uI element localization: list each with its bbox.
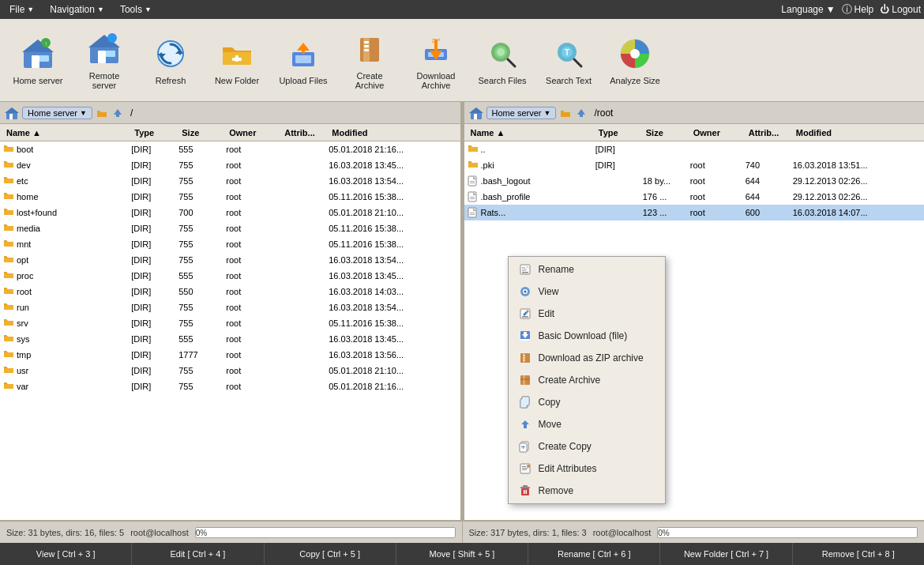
table-row[interactable]: usr [DIR] 755 root 05.01.2018 21:10... xyxy=(0,363,460,379)
toolbar-new-folder[interactable]: New Folder xyxy=(205,31,269,89)
left-panel-path: / xyxy=(130,107,133,119)
toolbar-remote-server-label: Remote server xyxy=(77,71,132,90)
fkeys-bar: View [ Ctrl + 3 ]Edit [ Ctrl + 4 ]Copy [… xyxy=(0,543,924,565)
file-icon xyxy=(468,175,479,186)
table-row[interactable]: etc [DIR] 755 root 16.03.2018 13:54... xyxy=(0,173,460,189)
fkey-5[interactable]: Copy [ Ctrl + 5 ] xyxy=(265,543,396,565)
menu-language[interactable]: Language ▼ xyxy=(781,4,835,15)
menu-help[interactable]: ⓘ Help xyxy=(842,2,874,17)
svg-text:ZIP: ZIP xyxy=(432,38,441,43)
toolbar-search-text[interactable]: T Search Text xyxy=(537,31,600,89)
table-row[interactable]: Rats... 123 ... root 600 16.03.2018 14:0… xyxy=(464,205,925,220)
menu-file[interactable]: File ▼ xyxy=(3,2,40,17)
search-files-icon xyxy=(483,35,521,73)
svg-rect-45 xyxy=(116,115,119,117)
menu-tools[interactable]: Tools ▼ xyxy=(114,2,158,17)
fkey-3[interactable]: View [ Ctrl + 3 ] xyxy=(0,543,132,565)
toolbar-download-archive[interactable]: ZIP Download Archive xyxy=(404,26,468,94)
table-row[interactable]: .pki [DIR] root 740 16.03.2018 13:51... xyxy=(464,157,925,173)
toolbar-analyze-size[interactable]: Analyze Size xyxy=(603,31,667,89)
fkey-4[interactable]: Edit [ Ctrl + 4 ] xyxy=(132,543,264,565)
toolbar-refresh[interactable]: Refresh xyxy=(139,31,202,89)
table-row[interactable]: opt [DIR] 755 root 16.03.2018 13:54... xyxy=(0,252,460,268)
svg-rect-24 xyxy=(364,45,369,47)
right-col-type[interactable]: Type xyxy=(595,126,643,139)
context-menu-item-view[interactable]: View xyxy=(509,281,665,303)
table-row[interactable]: run [DIR] 755 root 16.03.2018 13:54... xyxy=(0,299,460,315)
table-row[interactable]: .bash_logout 18 by... root 644 29.12.201… xyxy=(464,173,925,189)
left-col-owner[interactable]: Owner xyxy=(226,126,281,139)
right-col-size[interactable]: Size xyxy=(643,126,690,139)
svg-rect-83 xyxy=(522,267,525,268)
context-menu-item-copy[interactable]: Copy xyxy=(509,391,665,413)
table-row[interactable]: dev [DIR] 755 root 16.03.2018 13:45... xyxy=(0,157,460,173)
table-row[interactable]: .. [DIR] xyxy=(464,141,925,157)
table-row[interactable]: mnt [DIR] 755 root 05.11.2016 15:38... xyxy=(0,236,460,252)
left-col-modified[interactable]: Modified xyxy=(329,126,456,139)
svg-rect-75 xyxy=(470,197,475,198)
left-col-name[interactable]: Name ▲ xyxy=(3,126,131,139)
left-panel-up-icon[interactable] xyxy=(111,107,124,119)
context-menu-item-remove[interactable]: Remove xyxy=(509,480,665,502)
toolbar-remote-server[interactable]: 🌐 Remote server xyxy=(73,26,136,94)
toolbar-upload-files[interactable]: Upload Files xyxy=(272,31,335,89)
toolbar-create-archive[interactable]: Create Archive xyxy=(338,26,401,94)
table-row[interactable]: sys [DIR] 555 root 16.03.2018 13:45... xyxy=(0,331,460,347)
table-row[interactable]: media [DIR] 755 root 05.11.2016 15:38... xyxy=(0,220,460,236)
context-menu-label: Download as ZIP archive xyxy=(539,352,644,363)
table-row[interactable]: root [DIR] 550 root 16.03.2018 14:03... xyxy=(0,284,460,299)
context-menu-item-move[interactable]: Move xyxy=(509,413,665,435)
left-col-attrib[interactable]: Attrib... xyxy=(281,126,329,139)
left-col-type[interactable]: Type xyxy=(131,126,178,139)
toolbar-create-archive-label: Create Archive xyxy=(342,71,397,90)
context-menu-item-basic-download[interactable]: Basic Download (file) xyxy=(509,325,665,347)
left-panel-files[interactable]: boot [DIR] 555 root 05.01.2018 21:16... … xyxy=(0,141,460,520)
table-row[interactable]: srv [DIR] 755 root 05.11.2016 15:38... xyxy=(0,315,460,331)
fkey-6[interactable]: Move [ Shift + 5 ] xyxy=(396,543,528,565)
table-row[interactable]: var [DIR] 755 root 05.01.2018 21:16... xyxy=(0,379,460,394)
right-col-name[interactable]: Name ▲ xyxy=(468,126,595,139)
table-row[interactable]: lost+found [DIR] 700 root 05.01.2018 21:… xyxy=(0,205,460,220)
right-user-host: root@localhost xyxy=(593,528,652,537)
refresh-icon xyxy=(152,35,190,73)
folder-icon xyxy=(3,286,14,297)
table-row[interactable]: home [DIR] 755 root 05.11.2016 15:38... xyxy=(0,189,460,205)
right-panel-columns: Name ▲ Type Size Owner Attrib... Modifie… xyxy=(464,124,925,141)
svg-text:🌐: 🌐 xyxy=(108,35,116,43)
context-menu-item-rename[interactable]: Rename xyxy=(509,258,665,281)
table-row[interactable]: proc [DIR] 555 root 16.03.2018 13:45... xyxy=(0,268,460,284)
table-row[interactable]: boot [DIR] 555 root 05.01.2018 21:16... xyxy=(0,141,460,157)
table-row[interactable]: .bash_profile 176 ... root 644 29.12.201… xyxy=(464,189,925,205)
svg-rect-51 xyxy=(4,226,13,231)
left-col-size[interactable]: Size xyxy=(178,126,226,139)
menu-navigation[interactable]: Navigation ▼ xyxy=(43,2,111,17)
home-server-icon: ↑ xyxy=(19,35,57,73)
context-menu-item-download-zip[interactable]: Download as ZIP archive xyxy=(509,347,665,369)
new-folder-icon xyxy=(218,35,256,73)
left-panel-server-selector[interactable]: Home server ▼ xyxy=(22,107,92,119)
right-col-owner[interactable]: Owner xyxy=(690,126,746,139)
left-panel-folder-icon[interactable] xyxy=(96,107,108,119)
context-menu-item-create-archive[interactable]: Create Archive xyxy=(509,369,665,391)
context-menu-item-create-copy[interactable]: Create Copy xyxy=(509,435,665,458)
remote-server-icon: 🌐 xyxy=(85,30,123,68)
right-panel-up-icon[interactable] xyxy=(575,107,588,119)
toolbar-search-files[interactable]: Search Files xyxy=(471,31,534,89)
fkey-9[interactable]: Remove [ Ctrl + 8 ] xyxy=(793,543,924,565)
svg-rect-72 xyxy=(470,183,475,183)
right-col-attrib[interactable]: Attrib... xyxy=(746,126,793,139)
context-menu-item-edit[interactable]: Edit xyxy=(509,303,665,325)
fkey-7[interactable]: Rename [ Ctrl + 6 ] xyxy=(528,543,660,565)
right-panel-server-selector[interactable]: Home server ▼ xyxy=(486,107,557,119)
right-col-modified[interactable]: Modified xyxy=(793,126,921,139)
fkey-8[interactable]: New Folder [ Ctrl + 7 ] xyxy=(660,543,792,565)
left-panel-home-icon xyxy=(5,106,19,120)
right-panel-header: Home server ▼ /root xyxy=(464,102,925,124)
svg-rect-57 xyxy=(4,321,13,326)
menu-logout[interactable]: ⏻ Logout xyxy=(880,4,921,15)
toolbar-home-server[interactable]: ↑ Home server xyxy=(6,31,69,89)
right-panel-folder-icon[interactable] xyxy=(559,107,572,119)
context-menu-item-edit-attributes[interactable]: Edit Attributes xyxy=(509,458,665,480)
right-panel-server-arrow: ▼ xyxy=(543,109,550,117)
table-row[interactable]: tmp [DIR] 1777 root 16.03.2018 13:56... xyxy=(0,347,460,363)
